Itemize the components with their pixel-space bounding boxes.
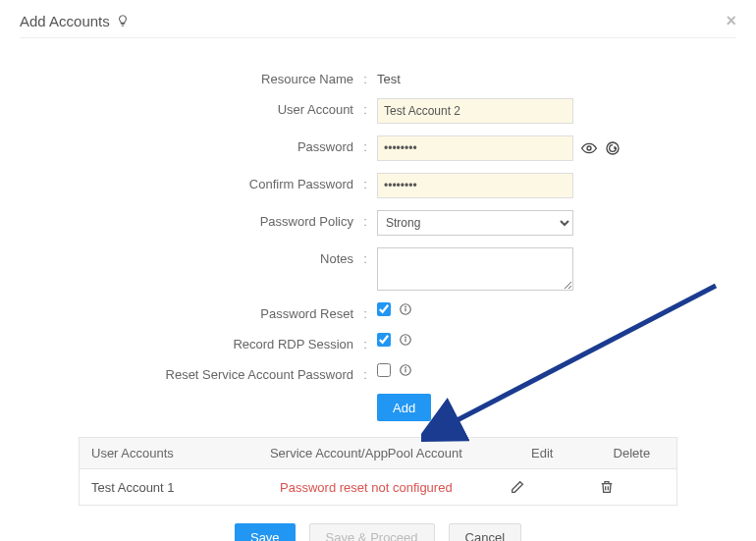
- record-rdp-label: Record RDP Session: [20, 333, 353, 352]
- user-account-input[interactable]: [377, 98, 573, 124]
- password-policy-label: Password Policy: [20, 210, 353, 229]
- generate-password-icon[interactable]: [605, 140, 621, 156]
- reset-svc-pwd-checkbox[interactable]: [377, 363, 391, 377]
- cell-service: Password reset not configured: [235, 469, 498, 506]
- info-icon[interactable]: [399, 333, 412, 347]
- delete-icon[interactable]: [599, 479, 665, 495]
- password-reset-label: Password Reset: [20, 302, 353, 321]
- edit-icon[interactable]: [510, 479, 575, 495]
- col-service: Service Account/AppPool Account: [235, 438, 498, 469]
- svg-point-0: [587, 146, 591, 150]
- password-label: Password: [20, 135, 353, 154]
- svg-point-10: [405, 367, 406, 368]
- svg-point-1: [607, 142, 619, 154]
- info-icon[interactable]: [399, 363, 412, 377]
- dialog-actions: Save Save & Proceed Cancel: [20, 523, 736, 541]
- show-password-icon[interactable]: [581, 140, 597, 156]
- dialog-title: Add Accounts: [20, 13, 110, 29]
- record-rdp-checkbox[interactable]: [377, 333, 391, 347]
- resource-name-label: Resource Name: [20, 68, 353, 86]
- svg-point-7: [405, 337, 406, 338]
- table-row: Test Account 1 Password reset not config…: [80, 469, 676, 506]
- notes-label: Notes: [20, 247, 353, 266]
- save-proceed-button: Save & Proceed: [309, 523, 435, 541]
- add-accounts-dialog: Add Accounts × Resource Name : Test User…: [0, 0, 756, 541]
- cancel-button[interactable]: Cancel: [449, 523, 521, 541]
- form: Resource Name : Test User Account : Pass…: [20, 68, 736, 421]
- col-edit: Edit: [498, 438, 587, 469]
- dialog-header: Add Accounts ×: [20, 12, 736, 38]
- lightbulb-icon[interactable]: [116, 14, 130, 27]
- user-account-label: User Account: [20, 98, 353, 117]
- notes-textarea[interactable]: [377, 247, 573, 291]
- confirm-password-label: Confirm Password: [20, 173, 353, 191]
- col-user-accounts: User Accounts: [80, 438, 235, 469]
- password-input[interactable]: [377, 135, 573, 161]
- accounts-table: User Accounts Service Account/AppPool Ac…: [79, 437, 677, 506]
- save-button[interactable]: Save: [235, 523, 296, 541]
- col-delete: Delete: [587, 438, 676, 469]
- password-reset-checkbox[interactable]: [377, 302, 391, 316]
- info-icon[interactable]: [399, 302, 412, 316]
- confirm-password-input[interactable]: [377, 173, 573, 198]
- password-policy-select[interactable]: Strong: [377, 210, 573, 236]
- svg-point-4: [405, 306, 406, 307]
- cell-account: Test Account 1: [80, 469, 235, 506]
- close-icon[interactable]: ×: [726, 12, 736, 29]
- reset-svc-pwd-label: Reset Service Account Password: [20, 363, 353, 382]
- add-button[interactable]: Add: [377, 394, 431, 421]
- resource-name-value: Test: [377, 68, 401, 86]
